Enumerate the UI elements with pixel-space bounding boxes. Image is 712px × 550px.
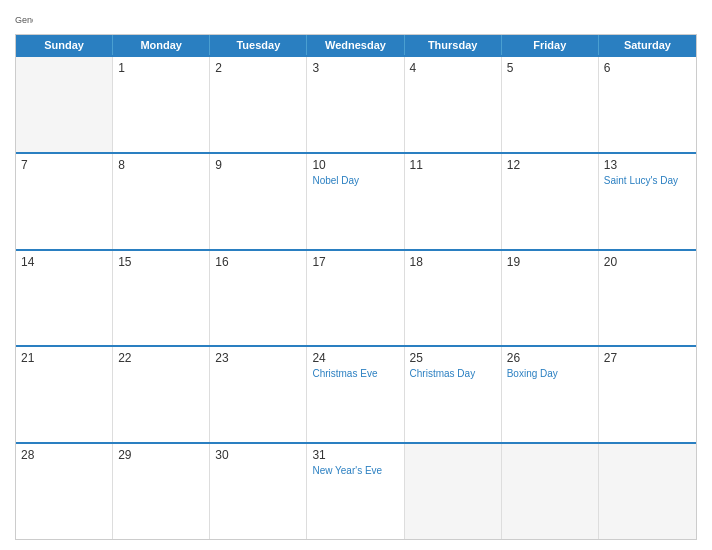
calendar-cell: 31New Year's Eve	[307, 444, 404, 539]
day-number: 21	[21, 351, 107, 365]
day-number: 20	[604, 255, 691, 269]
weekday-header: Monday	[113, 35, 210, 55]
day-event: Christmas Day	[410, 367, 496, 380]
day-number: 17	[312, 255, 398, 269]
calendar-cell: 16	[210, 251, 307, 346]
calendar-cell: 18	[405, 251, 502, 346]
day-number: 23	[215, 351, 301, 365]
calendar-header: SundayMondayTuesdayWednesdayThursdayFrid…	[16, 35, 696, 55]
calendar-cell: 25Christmas Day	[405, 347, 502, 442]
calendar-cell: 8	[113, 154, 210, 249]
logo-icon: General	[15, 10, 33, 28]
calendar-cell: 22	[113, 347, 210, 442]
day-number: 31	[312, 448, 398, 462]
calendar-cell: 7	[16, 154, 113, 249]
calendar-cell: 28	[16, 444, 113, 539]
calendar-week: 78910Nobel Day111213Saint Lucy's Day	[16, 152, 696, 249]
calendar-week: 21222324Christmas Eve25Christmas Day26Bo…	[16, 345, 696, 442]
svg-text:General: General	[15, 15, 33, 25]
day-number: 10	[312, 158, 398, 172]
calendar-cell: 17	[307, 251, 404, 346]
calendar-cell: 26Boxing Day	[502, 347, 599, 442]
calendar-week: 28293031New Year's Eve	[16, 442, 696, 539]
calendar-cell: 23	[210, 347, 307, 442]
calendar-cell: 20	[599, 251, 696, 346]
calendar-cell: 11	[405, 154, 502, 249]
calendar-body: 12345678910Nobel Day111213Saint Lucy's D…	[16, 55, 696, 539]
calendar-cell: 3	[307, 57, 404, 152]
day-number: 28	[21, 448, 107, 462]
day-event: Christmas Eve	[312, 367, 398, 380]
day-event: Boxing Day	[507, 367, 593, 380]
day-number: 5	[507, 61, 593, 75]
calendar-cell: 21	[16, 347, 113, 442]
day-number: 24	[312, 351, 398, 365]
day-number: 29	[118, 448, 204, 462]
calendar-week: 14151617181920	[16, 249, 696, 346]
weekday-header: Saturday	[599, 35, 696, 55]
day-number: 9	[215, 158, 301, 172]
calendar-cell: 10Nobel Day	[307, 154, 404, 249]
calendar-week: 123456	[16, 55, 696, 152]
calendar-cell: 5	[502, 57, 599, 152]
day-number: 30	[215, 448, 301, 462]
day-number: 2	[215, 61, 301, 75]
calendar-cell: 24Christmas Eve	[307, 347, 404, 442]
calendar-cell: 9	[210, 154, 307, 249]
day-number: 22	[118, 351, 204, 365]
weekday-header: Friday	[502, 35, 599, 55]
calendar-cell: 12	[502, 154, 599, 249]
calendar-cell: 14	[16, 251, 113, 346]
weekday-header: Wednesday	[307, 35, 404, 55]
day-number: 11	[410, 158, 496, 172]
day-number: 6	[604, 61, 691, 75]
calendar-cell: 29	[113, 444, 210, 539]
day-number: 13	[604, 158, 691, 172]
calendar-cell	[16, 57, 113, 152]
day-number: 8	[118, 158, 204, 172]
calendar-cell: 15	[113, 251, 210, 346]
day-number: 12	[507, 158, 593, 172]
calendar-cell	[599, 444, 696, 539]
weekday-header: Thursday	[405, 35, 502, 55]
calendar-cell: 19	[502, 251, 599, 346]
day-number: 27	[604, 351, 691, 365]
day-number: 4	[410, 61, 496, 75]
day-number: 19	[507, 255, 593, 269]
day-event: New Year's Eve	[312, 464, 398, 477]
calendar-cell	[502, 444, 599, 539]
day-number: 25	[410, 351, 496, 365]
day-event: Saint Lucy's Day	[604, 174, 691, 187]
weekday-header: Tuesday	[210, 35, 307, 55]
day-number: 3	[312, 61, 398, 75]
calendar-cell: 1	[113, 57, 210, 152]
day-event: Nobel Day	[312, 174, 398, 187]
calendar-cell: 4	[405, 57, 502, 152]
logo: General	[15, 10, 35, 28]
day-number: 7	[21, 158, 107, 172]
weekday-header: Sunday	[16, 35, 113, 55]
day-number: 1	[118, 61, 204, 75]
calendar-cell: 2	[210, 57, 307, 152]
calendar-cell: 6	[599, 57, 696, 152]
page-header: General	[15, 10, 697, 28]
calendar-cell: 27	[599, 347, 696, 442]
calendar: SundayMondayTuesdayWednesdayThursdayFrid…	[15, 34, 697, 540]
calendar-cell	[405, 444, 502, 539]
calendar-cell: 30	[210, 444, 307, 539]
day-number: 18	[410, 255, 496, 269]
day-number: 16	[215, 255, 301, 269]
day-number: 14	[21, 255, 107, 269]
day-number: 15	[118, 255, 204, 269]
day-number: 26	[507, 351, 593, 365]
calendar-cell: 13Saint Lucy's Day	[599, 154, 696, 249]
calendar-page: General SundayMondayTuesdayWednesdayThur…	[0, 0, 712, 550]
